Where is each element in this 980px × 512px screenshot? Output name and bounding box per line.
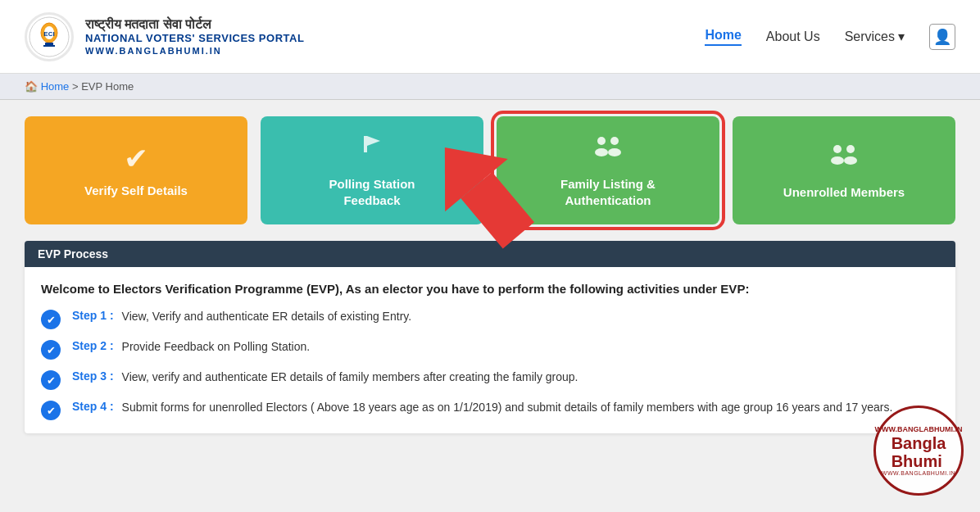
svg-point-9 [595, 148, 608, 156]
card-unenrolled-label: Unenrolled Members [783, 184, 905, 201]
card-family[interactable]: Family Listing &Authentication [497, 116, 719, 224]
polling-icon [357, 133, 387, 170]
breadcrumb-separator: > [72, 80, 81, 93]
cards-section: ✔ Verify Self Details Polling StationFee… [0, 100, 980, 241]
evp-section: EVP Process Welcome to Electors Verifica… [25, 241, 955, 433]
svg-point-8 [597, 137, 606, 145]
family-icon [592, 133, 624, 170]
logo-english: NATIONAL VOTERS' SERVICES PORTAL [85, 32, 304, 44]
step-check-icon: ✔ [41, 370, 61, 390]
card-unenrolled[interactable]: Unenrolled Members [733, 116, 955, 224]
step-list: ✔ Step 1 : View, Verify and authenticate… [41, 309, 939, 420]
step-label: Step 4 : [72, 400, 114, 413]
person-icon: 👤 [933, 28, 951, 46]
step-check-icon: ✔ [41, 401, 61, 420]
breadcrumb-current: EVP Home [81, 80, 134, 93]
evp-title: Welcome to Electors Verification Program… [41, 280, 939, 297]
step-label: Step 3 : [72, 369, 114, 383]
logo-url: WWW.BANGLABHUMI.IN [85, 46, 304, 56]
step-label: Step 2 : [72, 339, 114, 352]
card-polling-label: Polling StationFeedback [329, 176, 415, 208]
watermark-stamp: WWW.BANGLABHUMI.IN BanglaBhumi WWW.BANGL… [873, 406, 964, 496]
svg-point-10 [610, 137, 619, 145]
svg-marker-7 [367, 136, 380, 146]
step-item: ✔ Step 4 : Submit forms for unenrolled E… [41, 400, 939, 420]
svg-point-11 [608, 148, 621, 156]
home-icon: 🏠 [25, 80, 38, 93]
logo-area: ECI राष्ट्रीय मतदाता सेवा पोर्टल NATIONA… [25, 12, 304, 61]
step-item: ✔ Step 2 : Provide Feedback on Polling S… [41, 339, 939, 360]
svg-point-13 [831, 156, 844, 165]
step-item: ✔ Step 1 : View, Verify and authenticate… [41, 309, 939, 329]
step-text: View, Verify and authenticate ER details… [122, 309, 412, 325]
logo-hindi: राष्ट्रीय मतदाता सेवा पोर्टल [85, 17, 304, 32]
logo-icon: ECI [25, 12, 74, 61]
step-text: View, verify and authenticate ER details… [122, 369, 578, 386]
card-verify-label: Verify Self Details [84, 183, 188, 199]
user-icon[interactable]: 👤 [929, 24, 955, 50]
nav-area: Home About Us Services ▾ 👤 [705, 24, 955, 50]
watermark-top-text: WWW.BANGLABHUMI.IN [875, 425, 963, 434]
svg-text:ECI: ECI [43, 30, 54, 38]
nav-about[interactable]: About Us [766, 29, 820, 44]
step-item: ✔ Step 3 : View, verify and authenticate… [41, 369, 939, 390]
svg-rect-3 [45, 43, 53, 45]
logo-text: राष्ट्रीय मतदाता सेवा पोर्टल NATIONAL VO… [85, 17, 304, 56]
step-text: Provide Feedback on Polling Station. [122, 339, 311, 356]
verify-icon: ✔ [124, 142, 148, 176]
watermark-bottom-text: WWW.BANGLABHUMI.IN [882, 470, 955, 476]
evp-body: Welcome to Electors Verification Program… [25, 267, 955, 433]
svg-point-15 [844, 156, 857, 165]
unenrolled-icon [828, 141, 860, 178]
nav-services-label: Services [845, 29, 895, 44]
step-label: Step 1 : [72, 309, 114, 322]
nav-home[interactable]: Home [705, 28, 741, 46]
chevron-down-icon: ▾ [898, 29, 905, 44]
svg-point-14 [846, 145, 855, 153]
card-polling[interactable]: Polling StationFeedback [261, 116, 483, 224]
svg-rect-4 [43, 45, 55, 47]
card-family-label: Family Listing &Authentication [560, 176, 656, 208]
step-text: Submit forms for unenrolled Electors ( A… [122, 400, 893, 416]
card-verify[interactable]: ✔ Verify Self Details [25, 116, 247, 224]
svg-rect-6 [364, 136, 367, 152]
nav-services[interactable]: Services ▾ [845, 29, 905, 44]
step-check-icon: ✔ [41, 340, 61, 360]
watermark-brand: BanglaBhumi [892, 434, 946, 470]
svg-point-12 [833, 145, 842, 153]
header: ECI राष्ट्रीय मतदाता सेवा पोर्टल NATIONA… [0, 0, 980, 74]
breadcrumb: 🏠 Home > EVP Home [0, 74, 980, 100]
cards-area: ✔ Verify Self Details Polling StationFee… [0, 100, 980, 241]
evp-header: EVP Process [25, 241, 955, 267]
breadcrumb-home[interactable]: Home [41, 80, 70, 93]
step-check-icon: ✔ [41, 310, 61, 329]
